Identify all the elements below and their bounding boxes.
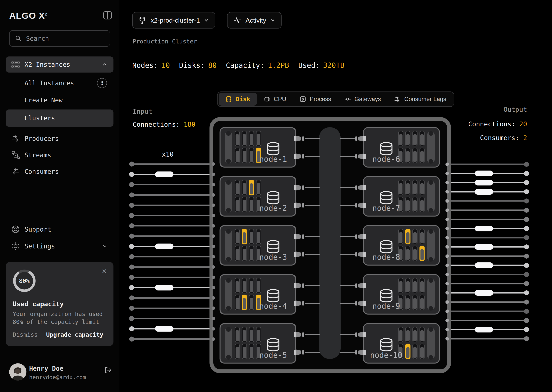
gateway-icon	[344, 96, 351, 103]
output-line-endpoint	[524, 217, 529, 222]
sidebar-item-settings[interactable]: Settings	[6, 239, 113, 253]
cluster-selector-button[interactable]: x2-prod-cluster-1	[132, 12, 215, 28]
input-slider-handle[interactable]	[155, 326, 174, 332]
avatar[interactable]	[9, 363, 26, 380]
tab-label: Consumer Lags	[404, 96, 446, 103]
input-line-endpoint	[129, 254, 134, 259]
output-line	[445, 217, 529, 222]
chevron-down-icon	[270, 18, 276, 23]
output-line-endpoint	[524, 318, 529, 323]
tab-consumer-lags[interactable]: Consumer Lags	[387, 93, 453, 106]
cluster-bus	[319, 127, 341, 359]
sidebar-item-all-instances[interactable]: All Instances 3	[6, 76, 113, 90]
tab-cpu[interactable]: CPU	[257, 93, 293, 106]
output-line-endpoint	[524, 300, 529, 305]
output-line-endpoint	[524, 263, 529, 268]
logo-row: ALGO X2	[9, 10, 113, 21]
upgrade-capacity-button[interactable]: Upgrade capacity	[46, 331, 103, 338]
output-slider-handle[interactable]	[475, 327, 493, 332]
input-line-endpoint	[129, 316, 134, 321]
output-slider-handle[interactable]	[475, 189, 493, 195]
node-label: node-5	[259, 351, 287, 359]
user-profile: Henry Doe henrydoe@ardx.com	[9, 363, 113, 382]
output-line-endpoint	[524, 189, 529, 194]
output-line	[445, 171, 529, 176]
output-slider-handle[interactable]	[475, 180, 493, 185]
instance-count-badge: 3	[97, 78, 107, 88]
rack-handle	[427, 181, 435, 212]
capacity-card-body: Your organization has used 80% of the ca…	[13, 310, 107, 326]
output-line	[445, 290, 529, 296]
capacity-usage-card: 80% × Used capacity Your organization ha…	[6, 262, 113, 346]
output-line	[445, 300, 529, 305]
process-play-icon	[299, 96, 306, 103]
search-input[interactable]	[26, 35, 104, 42]
input-line-endpoint	[129, 295, 134, 300]
tab-label: Gateways	[355, 96, 381, 103]
stat-value: 1.2PB	[268, 61, 289, 70]
sidebar-item-clusters[interactable]: Clusters	[6, 110, 113, 127]
search-box[interactable]	[9, 30, 110, 47]
output-line-endpoint	[524, 290, 529, 295]
rack-handle	[427, 328, 435, 359]
output-line-endpoint	[524, 309, 529, 314]
output-slider-handle[interactable]	[475, 262, 493, 268]
consumers-arrows-icon	[11, 167, 20, 176]
input-line	[129, 326, 215, 332]
output-slider-handle[interactable]	[475, 290, 493, 296]
output-line-endpoint	[524, 336, 529, 341]
close-icon[interactable]: ×	[102, 267, 107, 275]
input-line	[129, 254, 215, 259]
output-line-endpoint	[524, 171, 529, 176]
node-label: node-10	[370, 351, 402, 359]
tab-disk[interactable]: Disk	[219, 93, 257, 106]
input-slider-handle[interactable]	[155, 171, 174, 177]
output-connections: Connections: 20	[468, 120, 527, 128]
input-slider-handle[interactable]	[155, 285, 174, 291]
tab-process[interactable]: Process	[293, 93, 338, 106]
input-line-endpoint	[129, 203, 134, 208]
sidebar-item-x2-instances[interactable]: X2 Instances	[6, 56, 113, 73]
node-label: node-7	[372, 204, 400, 212]
logout-icon[interactable]	[104, 366, 112, 374]
node-label: node-1	[259, 155, 287, 163]
input-line-endpoint	[129, 244, 134, 249]
chevron-down-icon	[204, 18, 209, 23]
input-line-endpoint	[129, 306, 134, 311]
node-label: node-4	[259, 302, 287, 310]
output-slider-handle[interactable]	[475, 171, 493, 176]
output-line-endpoint	[524, 198, 529, 203]
input-line	[129, 337, 215, 342]
input-line-endpoint	[129, 234, 134, 239]
input-line-endpoint	[129, 326, 134, 331]
output-line	[445, 226, 529, 231]
gear-icon	[11, 242, 20, 251]
cluster-stats: Nodes:10 Disks:80 Capacity:1.2PB Used:32…	[132, 61, 344, 70]
activity-selector-button[interactable]: Activity	[227, 12, 282, 28]
dismiss-button[interactable]: Dismiss	[13, 331, 38, 338]
sidebar-item-label: Streams	[25, 151, 51, 159]
input-slider-handle[interactable]	[155, 244, 174, 249]
output-line	[445, 309, 529, 314]
input-lines	[129, 161, 215, 342]
tab-label: Process	[310, 96, 331, 103]
tab-gateways[interactable]: Gateways	[338, 93, 388, 106]
sidebar-item-support[interactable]: Support	[6, 222, 113, 237]
sidebar-collapse-icon[interactable]	[103, 11, 112, 20]
input-line	[129, 182, 215, 187]
input-line	[129, 265, 215, 269]
output-slider-handle[interactable]	[475, 226, 493, 231]
activity-selector-label: Activity	[246, 17, 266, 24]
input-line-endpoint	[129, 337, 134, 342]
sidebar-item-producers[interactable]: Producers	[6, 131, 113, 146]
sidebar-item-streams[interactable]: Streams	[6, 148, 113, 162]
output-line	[445, 180, 529, 185]
input-line	[129, 285, 215, 291]
output-line	[445, 336, 529, 341]
sidebar-item-consumers[interactable]: Consumers	[6, 164, 113, 179]
node-label: node-6	[372, 155, 400, 163]
output-slider-handle[interactable]	[475, 244, 493, 250]
sidebar-item-create-new[interactable]: Create New	[6, 93, 113, 107]
app-logo: ALGO X2	[9, 11, 47, 21]
node-label: node-8	[372, 253, 400, 261]
